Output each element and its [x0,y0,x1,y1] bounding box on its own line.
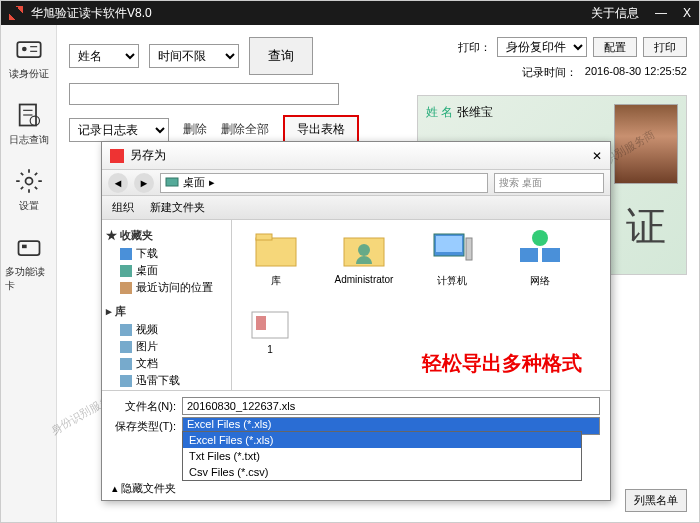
about-link[interactable]: 关于信息 [591,5,639,22]
id-big-char: 证 [626,199,666,254]
file-item-user[interactable]: Administrator [328,228,400,288]
tree-item[interactable]: 文档 [106,355,227,372]
log-table-select[interactable]: 记录日志表 [69,118,169,142]
tree-item[interactable]: 下载 [106,245,227,262]
record-time-label: 记录时间： [522,65,577,80]
folder-tree: ★ 收藏夹 下载 桌面 最近访问的位置 ▸ 库 视频 图片 文档 迅雷下载 音乐 [102,220,232,390]
print-button[interactable]: 打印 [643,37,687,57]
dialog-titlebar: 另存为 ✕ [102,142,610,170]
svg-rect-11 [166,178,178,186]
dialog-toolbar: 组织 新建文件夹 [102,196,610,220]
chevron-right-icon: ▸ [209,176,215,189]
id-card-icon [15,35,43,63]
tree-item[interactable]: 视频 [106,321,227,338]
folder-icon [250,304,290,340]
svg-point-15 [358,244,370,256]
new-folder-button[interactable]: 新建文件夹 [150,200,205,215]
field-select[interactable]: 姓名 [69,44,139,68]
dialog-nav: ◄ ► 桌面 ▸ 搜索 桌面 [102,170,610,196]
organize-menu[interactable]: 组织 [112,200,134,215]
desktop-icon [165,176,179,190]
filename-label: 文件名(N): [112,399,176,414]
titlebar: 华旭验证读卡软件V8.0 关于信息 — X [1,1,699,25]
svg-rect-23 [256,316,266,330]
delete-link[interactable]: 删除 [183,121,207,138]
sidebar-label: 设置 [19,199,39,213]
dialog-title: 另存为 [130,147,166,164]
dialog-search-input[interactable]: 搜索 桌面 [494,173,604,193]
tree-item[interactable]: 迅雷下载 [106,372,227,389]
tree-libraries[interactable]: ▸ 库 [106,302,227,321]
user-folder-icon [340,228,388,270]
gear-icon [15,167,43,195]
sidebar-item-read-id[interactable]: 读身份证 [1,25,56,91]
export-button[interactable]: 导出表格 [283,115,359,144]
hide-folders-toggle[interactable]: ▴ 隐藏文件夹 [112,482,176,494]
id-name-label: 姓 名 [426,105,453,119]
save-as-dialog: 另存为 ✕ ◄ ► 桌面 ▸ 搜索 桌面 组织 新建文件夹 ★ 收藏夹 下载 桌… [101,141,611,501]
filetype-dropdown: Excel Files (*.xls) Txt Files (*.txt) Cs… [182,431,582,481]
tree-item[interactable]: 图片 [106,338,227,355]
filetype-option[interactable]: Csv Files (*.csv) [183,464,581,480]
close-button[interactable]: X [683,6,691,20]
computer-icon [428,228,476,270]
filetype-label: 保存类型(T): [112,419,176,434]
blacklist-button[interactable]: 列黑名单 [625,489,687,512]
filename-input[interactable] [182,397,600,415]
svg-rect-13 [256,234,272,240]
filetype-option[interactable]: Txt Files (*.txt) [183,448,581,464]
svg-rect-17 [436,236,462,252]
config-button[interactable]: 配置 [593,37,637,57]
sidebar-item-settings[interactable]: 设置 [1,157,56,223]
delete-all-link[interactable]: 删除全部 [221,121,269,138]
tree-item[interactable]: 最近访问的位置 [106,279,227,296]
network-icon [516,228,564,270]
nav-back-icon[interactable]: ◄ [108,173,128,193]
sidebar-item-log-query[interactable]: 日志查询 [1,91,56,157]
svg-rect-20 [542,248,560,262]
record-time-value: 2016-08-30 12:25:52 [585,65,687,80]
svg-rect-10 [22,245,27,249]
time-select[interactable]: 时间不限 [149,44,239,68]
svg-rect-9 [18,241,39,255]
app-logo-icon [9,6,23,20]
sidebar-label: 多功能读卡 [5,265,52,293]
tree-item[interactable]: 桌面 [106,262,227,279]
tree-favorites[interactable]: ★ 收藏夹 [106,226,227,245]
svg-rect-18 [466,238,472,260]
id-photo [614,104,678,184]
sidebar-item-multi-card[interactable]: 多功能读卡 [1,223,56,303]
log-icon [15,101,43,129]
query-button[interactable]: 查询 [249,37,313,75]
svg-rect-19 [520,248,538,262]
minimize-button[interactable]: — [655,6,667,20]
app-title: 华旭验证读卡软件V8.0 [31,5,152,22]
svg-point-8 [25,178,32,185]
dialog-icon [110,149,124,163]
sidebar-label: 读身份证 [9,67,49,81]
svg-point-21 [532,230,548,246]
dialog-bottom: 文件名(N): 保存类型(T): Excel Files (*.xls) Exc… [102,390,610,500]
filetype-option[interactable]: Excel Files (*.xls) [183,432,581,448]
library-icon [252,228,300,270]
sidebar-label: 日志查询 [9,133,49,147]
print-label: 打印： [458,40,491,55]
sidebar: 读身份证 日志查询 设置 多功能读卡 [1,25,57,522]
path-breadcrumb[interactable]: 桌面 ▸ [160,173,488,193]
file-item-folder[interactable]: 1 [240,304,300,355]
svg-rect-12 [256,238,296,266]
svg-point-1 [22,47,27,52]
nav-fwd-icon[interactable]: ► [134,173,154,193]
file-item-computer[interactable]: 计算机 [416,228,488,288]
id-name-value: 张维宝 [457,105,493,119]
overlay-text: 轻松导出多种格式 [422,350,582,377]
svg-point-7 [30,116,39,125]
svg-rect-0 [17,42,40,57]
file-item-library[interactable]: 库 [240,228,312,288]
multi-card-icon [15,233,43,261]
dialog-close-icon[interactable]: ✕ [592,149,602,163]
file-list: 库 Administrator 计算机 网络 1 轻松导出多种格式 [232,220,610,390]
search-input[interactable] [69,83,339,105]
file-item-network[interactable]: 网络 [504,228,576,288]
print-select[interactable]: 身份复印件 [497,37,587,57]
